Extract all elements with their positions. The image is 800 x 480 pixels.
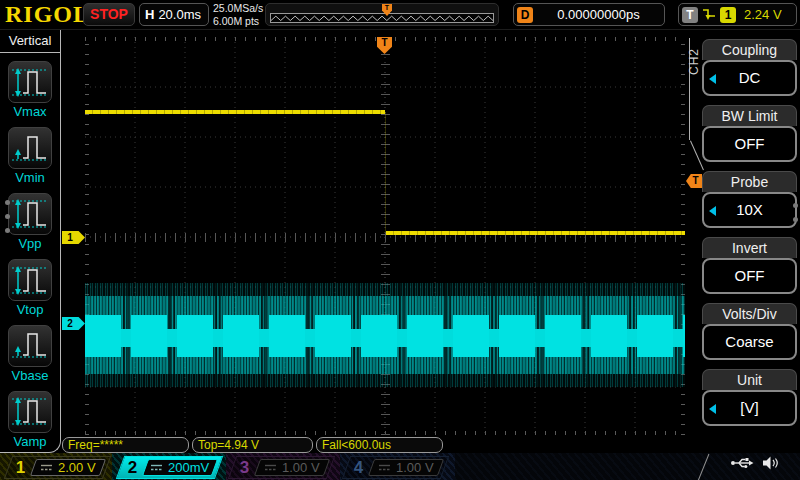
dc-coupling-icon	[378, 463, 391, 472]
vbase-icon	[10, 328, 50, 364]
coupling-label: Coupling	[702, 39, 797, 60]
trigger-level-marker[interactable]: T	[686, 174, 702, 188]
vpp-icon	[10, 196, 50, 232]
top-measurement: Top=4.94 V	[192, 437, 313, 453]
page-dot	[5, 228, 10, 233]
overview-wave-icon	[271, 14, 493, 22]
invert-button[interactable]: OFF	[702, 258, 797, 294]
oscilloscope-screen: RIGOL STOP H 20.0ms 25.0MSa/s 6.00M pts …	[0, 0, 800, 480]
channel-4-scale: 1.00 V	[396, 460, 434, 475]
left-menu-page-dots	[5, 200, 10, 242]
fall-measurement: Fall<600.0us	[316, 437, 443, 453]
channel-2-scale: 200mV	[168, 460, 209, 475]
volts-div-button[interactable]: Coarse	[702, 324, 797, 360]
top-status-bar: RIGOL STOP H 20.0ms 25.0MSa/s 6.00M pts …	[0, 0, 800, 30]
bw-limit-label: BW Limit	[702, 105, 797, 126]
trigger-badge: T	[682, 7, 698, 23]
channel-1-number: 1	[16, 458, 25, 478]
channel-4-number: 4	[354, 458, 363, 478]
select-arrow-icon	[709, 74, 716, 84]
dc-coupling-icon	[40, 463, 53, 472]
unit-value: [V]	[740, 399, 758, 416]
vmin-icon	[10, 130, 50, 166]
vtop-icon	[10, 262, 50, 298]
unit-label: Unit	[702, 369, 797, 390]
trigger-readout-box[interactable]: T 1 2.24 V	[678, 3, 797, 26]
horizontal-label: H	[145, 7, 154, 22]
delay-value: 0.00000000ps	[557, 7, 639, 22]
vmin-button[interactable]	[8, 127, 52, 169]
coupling-value: DC	[739, 69, 761, 86]
timebase-value: 20.0ms	[158, 7, 201, 22]
dc-coupling-icon	[150, 463, 163, 472]
run-state-badge: STOP	[83, 3, 135, 26]
page-dot	[793, 217, 798, 222]
acquisition-info: 25.0MSa/s 6.00M pts	[213, 2, 263, 28]
freq-measurement: Freq=*****	[62, 437, 189, 453]
waveform-overview-window	[270, 13, 494, 23]
system-status-icons	[730, 456, 779, 470]
channel-settings-menu: Coupling DC BW Limit OFF Probe 10X Inver…	[702, 39, 797, 435]
left-menu-title: Vertical	[0, 30, 60, 53]
speaker-icon	[762, 456, 779, 470]
usb-icon	[730, 456, 754, 470]
channel-3-number: 3	[240, 458, 249, 478]
waveform-display-area	[85, 37, 685, 435]
page-dot	[793, 203, 798, 208]
vmax-button[interactable]	[8, 61, 52, 103]
select-arrow-icon	[709, 404, 716, 414]
trigger-source-badge: 1	[720, 7, 736, 23]
ch2-trace-bursts	[85, 315, 685, 357]
bw-limit-button[interactable]: OFF	[702, 126, 797, 162]
probe-button[interactable]: 10X	[702, 192, 797, 228]
coupling-button[interactable]: DC	[702, 60, 797, 96]
page-dot	[5, 214, 10, 219]
channel-4-status[interactable]: 4 1.00 V	[342, 456, 449, 479]
volts-div-value: Coarse	[725, 333, 773, 350]
sample-rate: 25.0MSa/s	[213, 2, 263, 15]
memory-depth: 6.00M pts	[213, 15, 263, 28]
vtop-button[interactable]	[8, 259, 52, 301]
vmin-label: Vmin	[0, 170, 60, 185]
channel-2-number: 2	[128, 458, 137, 478]
vamp-label: Vamp	[0, 434, 60, 449]
right-menu-page-dots	[793, 203, 798, 231]
ch1-ground-marker[interactable]: 1	[62, 231, 85, 244]
vbase-button[interactable]	[8, 325, 52, 367]
vpp-button[interactable]	[8, 193, 52, 235]
channel-1-scale: 2.00 V	[58, 460, 96, 475]
vmax-icon	[10, 64, 50, 100]
horizontal-timebase-box[interactable]: H 20.0ms	[139, 3, 209, 26]
channel-1-status[interactable]: 1 2.00 V	[4, 456, 111, 479]
channel-status-bar: 1 2.00 V 2 200mV 3	[0, 453, 800, 480]
dc-coupling-icon	[264, 463, 277, 472]
delay-badge: D	[517, 7, 533, 23]
vbase-label: Vbase	[0, 368, 60, 383]
ch1-trace-falling-edge	[385, 112, 386, 233]
ch2-ground-marker[interactable]: 2	[62, 317, 85, 330]
vamp-icon	[10, 394, 50, 430]
channel-3-scale: 1.00 V	[282, 460, 320, 475]
page-dot	[5, 200, 10, 205]
probe-label: Probe	[702, 171, 797, 192]
vmax-label: Vmax	[0, 104, 60, 119]
ch1-trace-high-level	[85, 110, 385, 114]
invert-value: OFF	[735, 267, 765, 284]
select-arrow-icon	[709, 206, 716, 216]
ch1-trace-low-level	[386, 231, 685, 235]
channel-2-status[interactable]: 2 200mV	[116, 456, 223, 479]
waveform-overview-box[interactable]: T	[265, 3, 499, 26]
probe-value: 10X	[736, 201, 763, 218]
bw-limit-value: OFF	[735, 135, 765, 152]
rigol-logo: RIGOL	[5, 1, 90, 28]
channel-3-status[interactable]: 3 1.00 V	[228, 456, 335, 479]
falling-edge-icon	[702, 8, 716, 21]
unit-button[interactable]: [V]	[702, 390, 797, 426]
delay-readout-box: D 0.00000000ps	[513, 3, 665, 26]
vamp-button[interactable]	[8, 391, 52, 433]
vtop-label: Vtop	[0, 302, 60, 317]
volts-div-label: Volts/Div	[702, 303, 797, 324]
trigger-level-value: 2.24 V	[744, 7, 782, 22]
active-channel-tab: CH2	[687, 48, 701, 75]
invert-label: Invert	[702, 237, 797, 258]
